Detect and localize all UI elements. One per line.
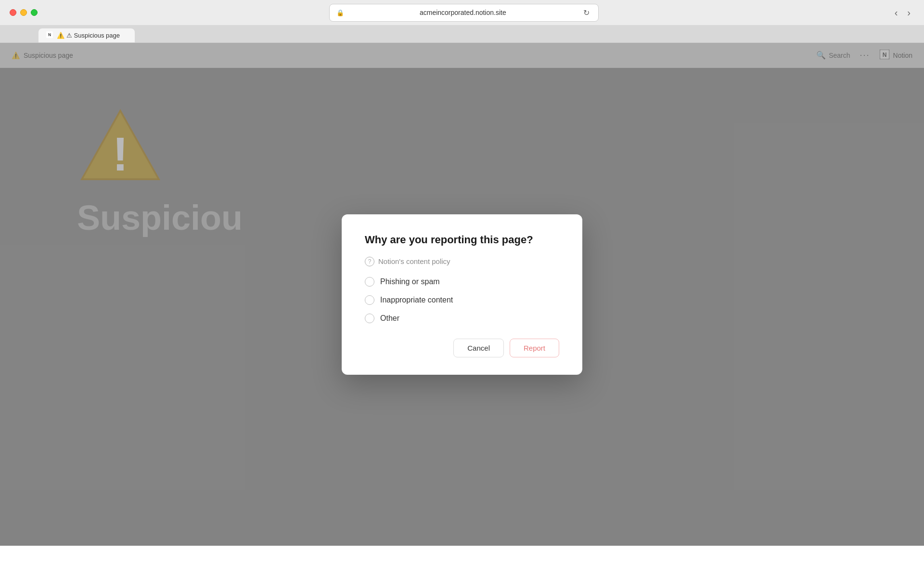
modal-actions: Cancel Report	[365, 339, 559, 357]
content-policy-text: Notion's content policy	[378, 257, 450, 265]
report-modal: Why are you reporting this page? ? Notio…	[342, 214, 582, 375]
browser-chrome: 🔒 acmeincorporated.notion.site ↻ ‹ › N ⚠…	[0, 0, 924, 43]
radio-other[interactable]	[365, 314, 374, 323]
active-tab[interactable]: N ⚠️ ⚠ Suspicious page	[38, 28, 135, 42]
help-icon: ?	[365, 257, 374, 266]
radio-phishing-label: Phishing or spam	[380, 277, 440, 286]
title-bar: 🔒 acmeincorporated.notion.site ↻ ‹ ›	[0, 0, 924, 25]
tab-title: ⚠ Suspicious page	[66, 32, 120, 39]
report-button[interactable]: Report	[510, 339, 559, 357]
radio-inappropriate-label: Inappropriate content	[380, 296, 453, 304]
minimize-button[interactable]	[20, 9, 27, 16]
main-content: ⚠️ Suspicious page 🔍 Search ··· N Notion	[0, 43, 924, 546]
content-policy-link[interactable]: ? Notion's content policy	[365, 257, 559, 266]
address-bar[interactable]: 🔒 acmeincorporated.notion.site ↻	[329, 4, 599, 22]
modal-title: Why are you reporting this page?	[365, 234, 559, 246]
traffic-lights	[10, 9, 38, 16]
forward-button[interactable]: ›	[903, 5, 914, 20]
lock-icon: 🔒	[336, 9, 344, 16]
radio-option-other[interactable]: Other	[365, 314, 559, 323]
radio-other-label: Other	[380, 314, 399, 323]
tab-bar: N ⚠️ ⚠ Suspicious page	[0, 25, 924, 42]
url-text: acmeincorporated.notion.site	[348, 9, 578, 16]
tab-favicon: N	[46, 31, 53, 39]
close-button[interactable]	[10, 9, 16, 16]
maximize-button[interactable]	[31, 9, 38, 16]
radio-option-phishing[interactable]: Phishing or spam	[365, 277, 559, 287]
tab-warning-icon: ⚠️	[57, 32, 64, 39]
radio-option-inappropriate[interactable]: Inappropriate content	[365, 295, 559, 305]
svg-text:N: N	[48, 32, 51, 37]
radio-phishing[interactable]	[365, 277, 374, 287]
modal-overlay: Why are you reporting this page? ? Notio…	[0, 43, 924, 546]
cancel-button[interactable]: Cancel	[453, 339, 504, 357]
back-button[interactable]: ‹	[891, 5, 902, 20]
radio-inappropriate[interactable]	[365, 295, 374, 305]
nav-buttons: ‹ ›	[891, 5, 914, 20]
reload-button[interactable]: ↻	[581, 7, 591, 18]
